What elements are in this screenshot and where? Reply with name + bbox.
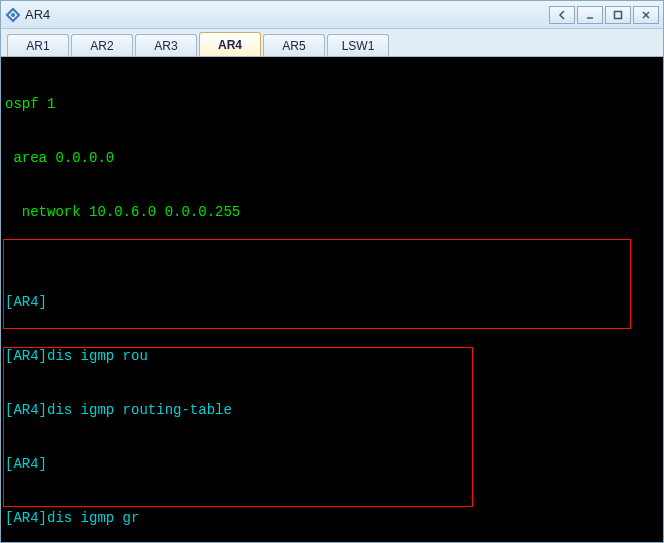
- term-line: network 10.0.6.0 0.0.0.255: [1, 203, 663, 221]
- tab-ar3[interactable]: AR3: [135, 34, 197, 56]
- term-prompt: [AR4]dis igmp gr: [1, 509, 663, 527]
- tab-ar2[interactable]: AR2: [71, 34, 133, 56]
- term-prompt: [AR4]dis igmp routing-table: [1, 401, 663, 419]
- tab-ar4[interactable]: AR4: [199, 32, 261, 56]
- app-window: AR4 AR1 AR2 AR3 AR4 AR5 LSW1 ospf 1 area…: [0, 0, 664, 543]
- tab-ar5[interactable]: AR5: [263, 34, 325, 56]
- highlight-box-2: [3, 347, 473, 507]
- close-button[interactable]: [633, 6, 659, 24]
- scroll-left-button[interactable]: [549, 6, 575, 24]
- tab-label: AR3: [154, 39, 177, 53]
- minimize-button[interactable]: [577, 6, 603, 24]
- term-prompt: [AR4]: [1, 455, 663, 473]
- app-icon: [5, 7, 21, 23]
- tab-label: AR5: [282, 39, 305, 53]
- tab-label: AR2: [90, 39, 113, 53]
- tab-label: AR4: [218, 38, 242, 52]
- svg-point-0: [11, 13, 15, 17]
- titlebar: AR4: [1, 1, 663, 29]
- tab-label: LSW1: [342, 39, 375, 53]
- terminal[interactable]: ospf 1 area 0.0.0.0 network 10.0.6.0 0.0…: [1, 57, 663, 542]
- term-line: area 0.0.0.0: [1, 149, 663, 167]
- maximize-button[interactable]: [605, 6, 631, 24]
- window-title: AR4: [25, 7, 547, 22]
- tab-label: AR1: [26, 39, 49, 53]
- tab-ar1[interactable]: AR1: [7, 34, 69, 56]
- svg-rect-2: [615, 11, 622, 18]
- tab-bar: AR1 AR2 AR3 AR4 AR5 LSW1: [1, 29, 663, 57]
- term-prompt: [AR4]dis igmp rou: [1, 347, 663, 365]
- highlight-box-1: [3, 239, 631, 329]
- tab-lsw1[interactable]: LSW1: [327, 34, 389, 56]
- term-line: ospf 1: [1, 95, 663, 113]
- term-prompt: [AR4]: [1, 293, 663, 311]
